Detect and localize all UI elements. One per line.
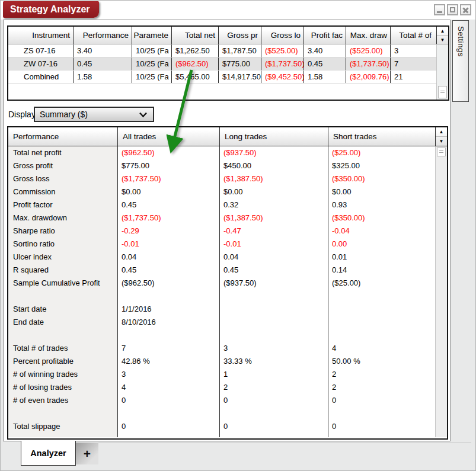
cell: -0.01 [219,238,328,251]
column-divider [328,146,328,437]
cell: $775.00 [117,159,219,172]
cell [117,329,219,342]
column-header[interactable]: Short trades [328,127,435,146]
cell [328,329,435,342]
table-row[interactable]: ZS 07-163.4010/25 (Fa$1,262.50$1,787.50(… [8,44,448,57]
cell: 0 [117,394,219,407]
cell: ($1,737.50) [117,172,219,185]
tabstrip-divider [76,443,471,443]
close-button[interactable] [460,4,471,15]
scrollbar-thumb[interactable] [437,148,446,156]
cell: -0.01 [117,238,219,251]
scroll-down-icon[interactable]: ▼ [437,35,448,44]
cell: $0.00 [328,185,435,198]
cell [219,290,328,303]
row-label: R squared [8,264,117,277]
summary-grid-scrollbar[interactable] [435,146,447,437]
column-header[interactable]: All trades [117,127,219,146]
cell: 0 [219,420,328,433]
cell: 3 [117,368,219,381]
cell: 4 [328,342,435,355]
row-label [8,407,117,420]
summary-row: Commission$0.00$0.00$0.00 [8,185,447,198]
cell: 3.40 [73,44,132,57]
column-header[interactable]: Instrument [8,27,73,44]
cell: 0.45 [73,57,132,70]
row-label: Max. drawdown [8,212,117,225]
cell: 33.33 % [219,355,328,368]
column-header[interactable]: Gross pr [218,27,261,44]
cell: 4 [117,381,219,394]
cell: ($937.50) [219,277,328,290]
cell: 10/25 (Fa [132,57,171,70]
summary-row: Max. drawdown($1,737.50)($1,387.50)($350… [8,212,447,225]
summary-row [8,329,447,342]
cell: ($1,737.50) [346,57,390,70]
column-header[interactable]: Long trades [219,127,328,146]
results-grid: InstrumentPerformanceParameteTotal netGr… [7,25,449,101]
cell: 0.45 [117,264,219,277]
add-tab-button[interactable]: + [76,443,98,464]
column-divider [117,146,118,437]
column-header[interactable]: Max. draw [346,27,390,44]
minimize-button[interactable] [434,4,445,15]
display-label: Display [8,107,36,122]
column-divider [219,146,220,437]
table-row[interactable]: Combined1.5810/25 (Fa$5,465.00$14,917.50… [8,71,448,84]
display-dropdown[interactable]: Summary ($) [34,107,154,122]
row-label [8,290,117,303]
scroll-up-icon[interactable]: ▲ [437,27,448,35]
row-label: Sortino ratio [8,238,117,251]
window-title[interactable]: Strategy Analyzer [3,1,99,18]
window-controls [434,4,471,15]
cell: 0 [328,420,435,433]
summary-row: Sharpe ratio-0.29-0.47-0.04 [8,225,447,238]
column-header[interactable]: Gross lo [261,27,304,44]
row-label [8,329,117,342]
summary-row: Total net profit($962.50)($937.50)($25.0… [8,146,447,159]
summary-row [8,407,447,420]
cell: 3.40 [304,44,346,57]
column-header[interactable]: Performance [73,27,132,44]
cell [219,407,328,420]
cell: 0.45 [117,198,219,212]
scrollbar-thumb[interactable] [438,86,447,98]
scroll-up-icon[interactable]: ▲ [436,127,447,136]
column-header[interactable]: Total # of [390,27,435,44]
cell: ($525.00) [261,44,304,57]
results-grid-scrollbar[interactable] [436,44,448,100]
cell: 10/25 (Fa [132,44,171,57]
cell: 0.04 [117,251,219,264]
title-bar: Strategy Analyzer [1,0,475,20]
row-label: Total slippage [8,420,117,433]
column-header[interactable]: Total net [171,27,218,44]
cell: -0.47 [219,225,328,238]
cell: -0.29 [117,225,219,238]
summary-row: Sample Cumulative Profit($962.50)($937.5… [8,277,447,290]
cell: ($962.50) [117,277,219,290]
table-row[interactable]: ZW 07-160.4510/25 (Fa($962.50)$775.00($1… [8,57,448,71]
plus-icon: + [84,447,91,461]
cell: 10/25 (Fa [132,71,171,83]
cell: 1.58 [304,71,346,83]
cell: ($350.00) [328,212,435,225]
cell: ($1,387.50) [219,212,328,225]
row-label: Gross profit [8,159,117,172]
scroll-down-icon[interactable]: ▼ [436,136,447,146]
column-header[interactable]: Paramete [132,27,171,44]
cell: 0.93 [328,198,435,212]
summary-row: Total slippage000 [8,420,447,433]
cell: $325.00 [328,159,435,172]
summary-row: End date8/10/2016 [8,316,447,329]
cell [219,329,328,342]
cell: $775.00 [218,57,261,70]
summary-row: Sortino ratio-0.01-0.010.00 [8,238,447,251]
maximize-button[interactable] [447,4,458,15]
tab-settings[interactable]: Settings [452,20,469,102]
cell [117,290,219,303]
column-header[interactable]: Profit fac [304,27,346,44]
chevron-down-icon [139,112,148,118]
summary-grid: PerformanceAll tradesLong tradesShort tr… [7,126,448,440]
tab-analyzer[interactable]: Analyzer [21,441,76,466]
column-header[interactable]: Performance [8,127,117,146]
